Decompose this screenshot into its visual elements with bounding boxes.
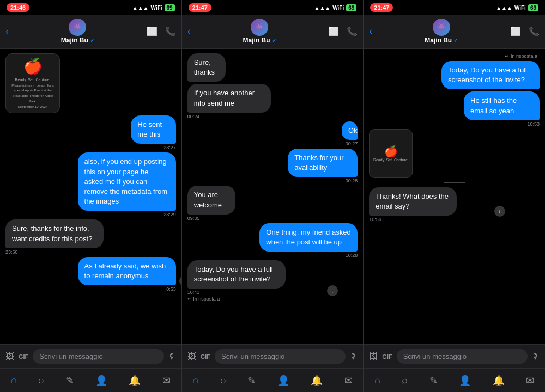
- message-bubble: Sure, thanks: [187, 53, 226, 82]
- nav-search[interactable]: ⌕: [38, 375, 44, 386]
- nav-home[interactable]: ⌂: [192, 375, 198, 386]
- status-bar: 21:46 ▲▲▲ WiFi 69: [0, 0, 181, 15]
- message-time: 00:28: [346, 178, 358, 183]
- nav-compose[interactable]: ✎: [429, 375, 438, 387]
- message-wrapper: also, if you end up posting this on your…: [40, 152, 176, 217]
- image-attach-icon[interactable]: 🖼: [5, 352, 14, 362]
- message-input[interactable]: Scrivi un messaggio: [215, 349, 346, 364]
- status-icons: ▲▲▲ WiFi 69: [496, 4, 538, 11]
- message-bubble: If you have another info send me: [187, 84, 271, 112]
- video-icon[interactable]: ⬜: [510, 26, 521, 36]
- chat-header: ‹ 👾 Majin Bu ✓ ⬜ 📞: [364, 15, 545, 49]
- nav-home[interactable]: ⌂: [11, 375, 17, 386]
- phone-icon[interactable]: 📞: [165, 26, 176, 36]
- header-actions: ⬜ 📞: [328, 26, 358, 36]
- message-time: 0:53: [166, 286, 176, 292]
- back-button[interactable]: ‹: [369, 26, 372, 37]
- nav-profile[interactable]: 👤: [277, 375, 289, 387]
- message-time: 10:53: [527, 121, 540, 127]
- panel-1: 21:46 ▲▲▲ WiFi 69 ‹ 👾 Majin Bu ✓ ⬜ 📞 🍎 R…: [0, 0, 182, 392]
- bottom-nav: ⌂⌕✎👤🔔✉: [364, 368, 545, 392]
- input-bar: 🖼 GIF Scrivi un messaggio 🎙: [0, 344, 181, 368]
- nav-search[interactable]: ⌕: [402, 375, 408, 386]
- message-time: 09:35: [187, 216, 200, 221]
- message-wrapper: You are welcome09:35: [187, 186, 255, 220]
- message-row: 🍎Ready. Set. Capture.: [369, 129, 540, 178]
- message-row: Ok00:27: [187, 121, 358, 146]
- image-attach-icon[interactable]: 🖼: [369, 352, 378, 362]
- header-center: 👾 Majin Bu ✓: [13, 19, 142, 44]
- nav-search[interactable]: ⌕: [220, 375, 226, 386]
- nav-messages[interactable]: ✉: [162, 375, 171, 387]
- nav-messages[interactable]: ✉: [344, 375, 353, 387]
- nav-notifications[interactable]: 🔔: [129, 375, 141, 387]
- nav-compose[interactable]: ✎: [247, 375, 256, 387]
- back-button[interactable]: ‹: [187, 26, 191, 37]
- nav-compose[interactable]: ✎: [66, 375, 74, 387]
- audio-icon[interactable]: 🎙: [532, 352, 540, 361]
- phone-icon[interactable]: 📞: [529, 26, 540, 36]
- header-center: 👾 Majin Bu ✓: [377, 19, 506, 44]
- audio-icon[interactable]: 🎙: [168, 352, 176, 361]
- phone-icon[interactable]: 📞: [347, 26, 358, 36]
- message-row: As I already said, we wish to remain ano…: [5, 257, 176, 292]
- message-row: Sure, thanks: [187, 53, 358, 82]
- signal-icon: ▲▲▲: [496, 5, 512, 11]
- scroll-down-button[interactable]: ↓: [327, 285, 338, 296]
- wifi-icon: WiFi: [332, 5, 344, 11]
- message-time: 00:27: [346, 141, 358, 146]
- signal-icon: ▲▲▲: [132, 5, 149, 11]
- message-bubble: You are welcome: [187, 186, 236, 214]
- status-bar: 21:47 ▲▲▲ WiFi 69: [182, 0, 364, 15]
- message-time: 23:29: [164, 212, 176, 217]
- message-time: 23:50: [5, 249, 18, 255]
- message-wrapper: Sure, thanks: [187, 53, 240, 82]
- separator: [444, 182, 465, 183]
- audio-icon[interactable]: 🎙: [350, 352, 358, 361]
- nav-home[interactable]: ⌂: [374, 375, 380, 386]
- video-icon[interactable]: ⬜: [147, 26, 158, 36]
- message-wrapper: Sure, thanks for the info, want credits …: [5, 219, 142, 254]
- message-time: 10:28: [346, 253, 358, 258]
- message-wrapper: 🍎 Ready. Set. Capture.Please join us in …: [5, 53, 60, 113]
- verified-badge: ✓: [90, 38, 94, 44]
- gif-icon[interactable]: GIF: [19, 353, 28, 360]
- contact-name[interactable]: Majin Bu ✓: [425, 36, 458, 44]
- message-bubble: Today, Do you have a full screenshot of …: [187, 260, 286, 289]
- image-attach-icon[interactable]: 🖼: [187, 352, 196, 362]
- gif-icon[interactable]: GIF: [201, 353, 210, 360]
- scroll-down-button[interactable]: ↓: [494, 206, 505, 217]
- contact-name[interactable]: Majin Bu ✓: [61, 36, 94, 44]
- message-wrapper: Today, Do you have a full screenshot of …: [187, 260, 324, 302]
- message-wrapper: Ok00:27: [336, 121, 358, 146]
- message-input[interactable]: Scrivi un messaggio: [33, 349, 164, 364]
- nav-notifications[interactable]: 🔔: [493, 375, 505, 387]
- avatar: 👾: [69, 19, 86, 36]
- message-wrapper: Thanks! What does the email say?10:56↓: [369, 187, 491, 222]
- header-actions: ⬜ 📞: [510, 26, 540, 36]
- nav-notifications[interactable]: 🔔: [311, 375, 323, 387]
- apple-event-image: 🍎 Ready. Set. Capture.Please join us in …: [5, 53, 60, 113]
- scroll-down-button[interactable]: ↓: [179, 275, 181, 286]
- messages-area: 🍎 Ready. Set. Capture.Please join us in …: [0, 49, 181, 344]
- verified-badge: ✓: [453, 38, 458, 44]
- nav-messages[interactable]: ✉: [526, 375, 534, 387]
- messages-area: Sure, thanksIf you have another info sen…: [182, 49, 364, 344]
- panel-2: 21:47 ▲▲▲ WiFi 69 ‹ 👾 Majin Bu ✓ ⬜ 📞 Sur…: [182, 0, 364, 392]
- gif-icon[interactable]: GIF: [382, 353, 392, 360]
- message-row: also, if you end up posting this on your…: [5, 152, 176, 217]
- back-button[interactable]: ‹: [5, 26, 9, 37]
- message-bubble: Sure, thanks for the info, want credits …: [5, 219, 104, 248]
- reply-reference: ↩ In risposta a: [369, 53, 540, 59]
- bottom-nav: ⌂⌕✎👤🔔✉: [0, 368, 181, 392]
- message-bubble: One thing, my friend asked when the post…: [259, 223, 358, 252]
- video-icon[interactable]: ⬜: [328, 26, 339, 36]
- message-wrapper: 🍎Ready. Set. Capture.: [369, 129, 413, 178]
- contact-name[interactable]: Majin Bu ✓: [243, 36, 276, 44]
- message-bubble: Ok: [342, 121, 358, 140]
- nav-profile[interactable]: 👤: [459, 375, 471, 387]
- message-input[interactable]: Scrivi un messaggio: [397, 349, 528, 364]
- battery: 69: [165, 4, 175, 11]
- message-row: Sure, thanks for the info, want credits …: [5, 219, 176, 254]
- nav-profile[interactable]: 👤: [95, 375, 107, 387]
